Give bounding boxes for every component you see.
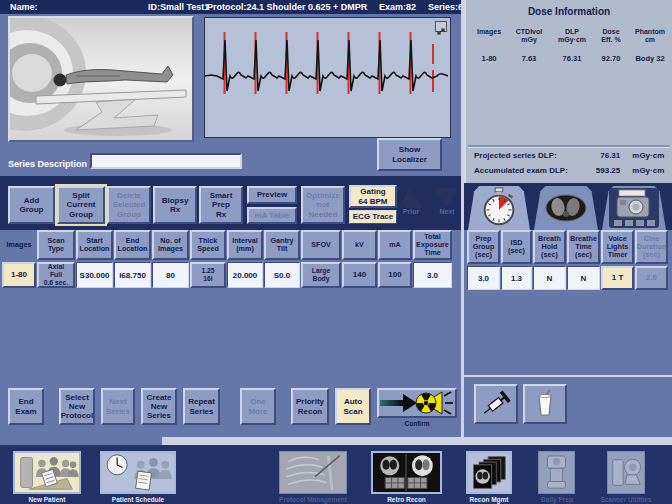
timing-col-cine-duration[interactable]: Cine Duration (sec): [635, 230, 668, 264]
dose-divider: [468, 145, 670, 148]
cine-duration-cell[interactable]: 2.0: [635, 266, 668, 290]
timing-col-breathe-time[interactable]: Breathe Time (sec): [567, 230, 600, 264]
scan-col-interval[interactable]: Interval (mm): [227, 230, 263, 260]
timing-col-breath-hold[interactable]: Breath Hold (sec): [533, 230, 566, 264]
kv-cell[interactable]: 140: [342, 262, 377, 288]
taskbar-label-protocol-management: Protocol Management: [267, 496, 359, 503]
timing-table-header-row: Prep Group (sec) ISD (sec) Breath Hold (…: [467, 230, 668, 264]
add-group-button[interactable]: Add Group: [8, 186, 55, 224]
oral-contrast-button[interactable]: [523, 384, 567, 424]
ma-cell[interactable]: 100: [378, 262, 412, 288]
next-series-button[interactable]: Next Series: [101, 388, 135, 425]
projected-series-dlp-row: Projected series DLP: 76.31 mGy·cm: [466, 151, 672, 160]
retro-recon-icon: [373, 453, 440, 492]
scan-col-gantry-tilt[interactable]: Gantry Tilt: [264, 230, 300, 260]
no-of-images-field[interactable]: 80: [152, 262, 189, 288]
thick-speed-cell[interactable]: 1.25 16i: [190, 262, 226, 288]
scan-col-ma[interactable]: mA: [378, 230, 412, 260]
scan-col-total-exposure[interactable]: Total Exposure Time: [413, 230, 452, 260]
exam-number: Exam:82: [379, 2, 416, 12]
start-location-field[interactable]: S30.000: [76, 262, 113, 288]
scan-images-range-cell[interactable]: 1-80: [2, 262, 36, 288]
dose-col-images: Images: [470, 28, 508, 45]
new-patient-icon: [15, 453, 79, 492]
show-localizer-button[interactable]: Show Localizer: [377, 138, 442, 171]
timing-col-voice-lights[interactable]: Voice Lights Timer: [601, 230, 634, 264]
next-group-button[interactable]: Next: [434, 188, 460, 222]
auto-scan-button[interactable]: Auto Scan: [335, 388, 371, 425]
confirm-xray-icon: [379, 390, 455, 416]
split-current-group-button[interactable]: Split Current Group: [57, 186, 105, 224]
one-more-button[interactable]: One More: [240, 388, 276, 425]
scan-col-kv[interactable]: kV: [342, 230, 377, 260]
create-new-series-button[interactable]: Create New Series: [141, 388, 177, 425]
ecg-trace-button[interactable]: ECG Trace: [349, 210, 397, 224]
voice-lights-timer-cell[interactable]: 1 T: [601, 266, 634, 290]
scan-col-no-of-images[interactable]: No. of Images: [152, 230, 189, 260]
gating-button[interactable]: Gating 64 BPM: [349, 185, 397, 208]
optimize-not-needed-button[interactable]: Optimize not Needed: [301, 186, 345, 224]
select-new-protocol-button[interactable]: Select New Protocol: [59, 388, 95, 425]
prior-label: Prior: [398, 208, 424, 215]
dose-ctdivol-value: 7.63: [508, 54, 550, 63]
taskbar-item-patient-schedule[interactable]: [100, 451, 176, 494]
syringe-icon: [479, 388, 513, 420]
taskbar-item-recon-mgmt[interactable]: [466, 451, 512, 494]
taskbar-label-scanner-utilities: Scanner Utilities: [596, 496, 656, 503]
dose-eff-value: 92.70: [594, 54, 628, 63]
scan-col-start-location[interactable]: Start Location: [76, 230, 113, 260]
tab-timing[interactable]: [468, 186, 530, 230]
total-exposure-field[interactable]: 3.0: [413, 262, 452, 288]
ecg-waveform: [205, 18, 448, 135]
series-description-input[interactable]: [90, 153, 242, 169]
end-location-field[interactable]: I68.750: [114, 262, 151, 288]
protocol-title: Protocol:24.1 Shoulder 0.625 + DMPR: [207, 2, 367, 12]
stopwatch-icon: [480, 187, 518, 229]
ma-table-button[interactable]: mA Table: [247, 207, 297, 224]
dose-dlp-value: 76.31: [550, 54, 594, 63]
tab-camera[interactable]: [602, 186, 666, 230]
ct-console-app: Name: ID:Small Test1 Protocol:24.1 Shoul…: [0, 0, 672, 504]
biopsy-rx-button[interactable]: Biopsy Rx: [153, 186, 197, 224]
taskbar-item-retro-recon[interactable]: [371, 451, 442, 494]
priority-recon-button[interactable]: Priority Recon: [291, 388, 329, 425]
scan-type-cell[interactable]: Axial Full 0.6 sec.: [37, 262, 75, 288]
timing-col-prep-group[interactable]: Prep Group (sec): [467, 230, 500, 264]
gantry-tilt-field[interactable]: S0.0: [264, 262, 300, 288]
interval-field[interactable]: 20.000: [227, 262, 263, 288]
ecg-expand-icon[interactable]: [435, 21, 447, 32]
repeat-series-button[interactable]: Repeat Series: [183, 388, 220, 425]
taskbar-item-daily-prep[interactable]: [538, 451, 575, 494]
end-exam-button[interactable]: End Exam: [8, 388, 44, 425]
taskbar-item-new-patient[interactable]: [13, 451, 81, 494]
triangle-up-icon: [398, 188, 422, 208]
projected-dlp-label: Projected series DLP:: [466, 151, 584, 160]
isd-field[interactable]: 1.3: [501, 266, 532, 290]
camera-icon: [609, 188, 659, 228]
tab-anatomy[interactable]: [534, 186, 598, 230]
accumulated-dlp-label: Accumulated exam DLP:: [466, 166, 584, 175]
recon-mgmt-icon: [468, 453, 510, 492]
taskbar-label-patient-schedule: Patient Schedule: [100, 496, 176, 503]
vertical-divider: [461, 0, 464, 437]
scan-col-end-location[interactable]: End Location: [114, 230, 151, 260]
sfov-cell[interactable]: Large Body: [301, 262, 341, 288]
prep-group-field[interactable]: 3.0: [467, 266, 500, 290]
preview-button[interactable]: Preview: [247, 186, 297, 204]
scan-col-thick-speed[interactable]: Thick Speed: [190, 230, 226, 260]
patient-position-image: [8, 16, 194, 142]
breath-hold-field[interactable]: N: [533, 266, 566, 290]
smart-prep-rx-button[interactable]: Smart Prep Rx: [199, 186, 243, 224]
patient-id: ID:Small Test1: [148, 2, 209, 12]
taskbar-item-protocol-management[interactable]: [279, 451, 347, 494]
timing-col-isd[interactable]: ISD (sec): [501, 230, 532, 264]
delete-selected-group-button[interactable]: Delete Selected Group: [107, 186, 151, 224]
prior-group-button[interactable]: Prior: [398, 188, 424, 222]
scan-col-scan-type[interactable]: Scan Type: [37, 230, 75, 260]
scan-col-sfov[interactable]: SFOV: [301, 230, 341, 260]
breathe-time-field[interactable]: N: [567, 266, 600, 290]
taskbar-item-scanner-utilities[interactable]: [607, 451, 645, 494]
injector-button[interactable]: [474, 384, 518, 424]
taskbar-label-retro-recon: Retro Recon: [371, 496, 442, 503]
confirm-scan-button[interactable]: [377, 388, 457, 418]
